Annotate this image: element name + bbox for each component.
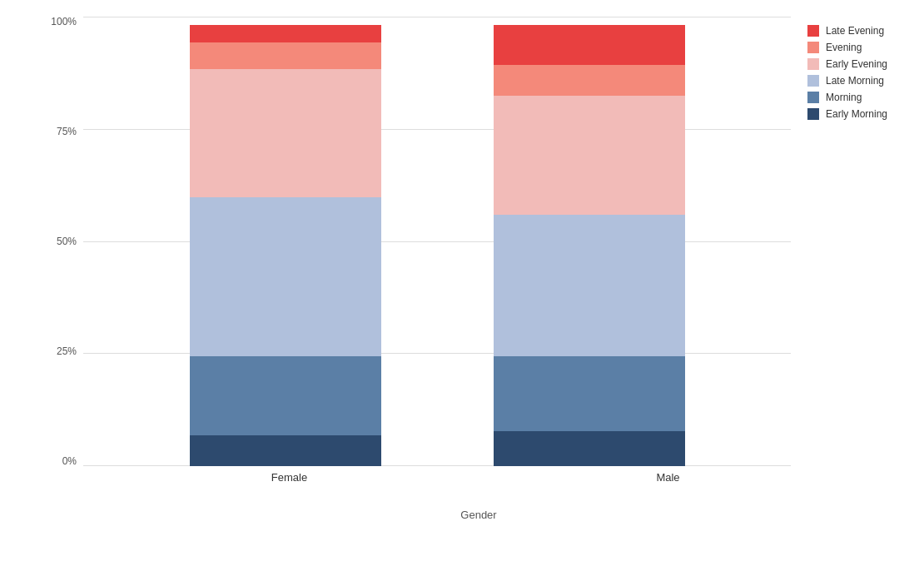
y-axis-label: 0% (62, 456, 77, 466)
plot (83, 17, 791, 466)
y-axis: 100%75%50%25%0% (50, 17, 83, 466)
legend-item: Late Evening (807, 25, 907, 37)
legend-color-box (807, 42, 819, 53)
bar-segment-evening (190, 42, 381, 69)
legend-item: Evening (807, 42, 907, 53)
legend-label: Morning (826, 92, 862, 103)
legend-label: Early Evening (826, 58, 887, 70)
bar-group (190, 25, 381, 466)
y-axis-label: 50% (57, 236, 77, 246)
stacked-bar (494, 25, 685, 466)
legend-item: Late Morning (807, 75, 907, 87)
legend-label: Late Morning (826, 75, 884, 87)
stacked-bar (190, 25, 381, 466)
legend-label: Late Evening (826, 25, 884, 37)
legend-item: Early Evening (807, 58, 907, 70)
bar-segment-early_evening (190, 69, 381, 197)
chart-area: 100%75%50%25%0% Late EveningEveningEarly… (50, 17, 907, 466)
y-axis-label: 100% (51, 17, 77, 27)
x-labels: FemaleMale (50, 471, 907, 484)
legend-label: Evening (826, 42, 862, 53)
bar-segment-morning (190, 356, 381, 435)
y-axis-label: 25% (57, 346, 77, 356)
legend-color-box (807, 58, 819, 70)
bar-segment-late_morning (494, 215, 685, 356)
bar-segment-late_evening (494, 25, 685, 65)
legend-color-box (807, 75, 819, 87)
legend-item: Morning (807, 92, 907, 103)
bar-segment-evening (494, 65, 685, 96)
legend: Late EveningEveningEarly EveningLate Mor… (791, 17, 907, 466)
legend-color-box (807, 25, 819, 37)
chart-container: 100%75%50%25%0% Late EveningEveningEarly… (0, 0, 924, 571)
legend-item: Early Morning (807, 108, 907, 120)
legend-color-box (807, 92, 819, 103)
bar-group (494, 25, 685, 466)
bar-segment-morning (494, 356, 685, 431)
legend-label: Early Morning (826, 108, 887, 120)
bar-segment-early_morning (190, 435, 381, 466)
x-label: Female (194, 471, 385, 484)
bar-segment-late_evening (190, 25, 381, 42)
bottom-area: FemaleMale Gender (50, 466, 907, 521)
bar-segment-early_evening (494, 96, 685, 215)
bars-area (83, 17, 791, 466)
bar-segment-early_morning (494, 431, 685, 466)
x-axis-title: Gender (50, 509, 907, 521)
bar-segment-late_morning (190, 197, 381, 356)
x-label: Male (573, 471, 764, 484)
plot-and-legend: Late EveningEveningEarly EveningLate Mor… (83, 17, 907, 466)
legend-color-box (807, 108, 819, 120)
y-axis-label: 75% (57, 127, 77, 137)
